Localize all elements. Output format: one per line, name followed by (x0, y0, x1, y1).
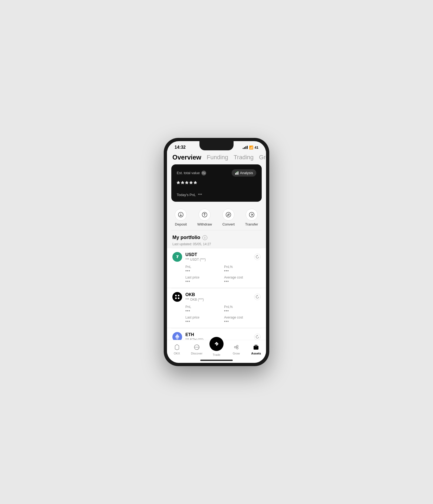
asset-main-row-okb: OKB *** OKB (***) (172, 292, 261, 302)
assets-icon (252, 344, 260, 351)
okb-amount: *** OKB (***) (185, 298, 204, 301)
battery-icon: 41 (255, 145, 258, 150)
svg-rect-3 (238, 171, 238, 175)
transfer-label: Transfer (245, 222, 258, 226)
portfolio-title-row: My portfolio i (172, 235, 261, 240)
svg-point-20 (237, 345, 238, 347)
okb-stats: PnL *** PnL% *** Last price *** Average … (172, 305, 261, 324)
svg-line-23 (236, 347, 237, 348)
eth-refresh-icon[interactable] (254, 334, 261, 340)
analysis-button[interactable]: Analysis (232, 169, 256, 177)
eth-logo (172, 332, 182, 340)
balance-card: Est. total value (171, 164, 262, 202)
hide-balance-icon[interactable] (201, 171, 206, 175)
svg-point-19 (234, 346, 236, 348)
transfer-button[interactable]: Transfer (245, 209, 258, 226)
notch (199, 141, 234, 150)
scroll-area[interactable]: Overview Funding Trading Grow Est. total… (167, 151, 266, 340)
usdt-amount: *** USDT (***) (185, 258, 206, 261)
usdt-logo: ₮ (172, 252, 182, 262)
action-buttons: Deposit Withdraw (167, 205, 266, 230)
balance-value: ***** (177, 179, 256, 188)
asset-item-okb[interactable]: OKB *** OKB (***) PnL *** (167, 288, 266, 328)
svg-point-14 (175, 297, 177, 299)
grow-label: Grow (233, 352, 240, 355)
withdraw-icon (199, 209, 211, 221)
status-time: 14:32 (175, 145, 186, 150)
okb-symbol: OKB (185, 292, 204, 297)
signal-icon (243, 146, 248, 149)
usdt-last-price: Last price *** (185, 276, 222, 284)
nav-assets[interactable]: Assets (248, 344, 264, 355)
asset-item-usdt[interactable]: ₮ USDT *** USDT (***) (167, 248, 266, 288)
deposit-icon (175, 209, 187, 221)
eth-symbol: ETH (185, 332, 204, 337)
nav-okx[interactable]: OKX (169, 344, 185, 355)
deposit-button[interactable]: Deposit (175, 209, 187, 226)
svg-point-13 (178, 295, 179, 296)
portfolio-title: My portfolio (172, 235, 200, 240)
deposit-label: Deposit (175, 222, 187, 226)
convert-icon (222, 209, 234, 221)
trade-label: Trade (213, 353, 220, 356)
phone-frame: 14:32 📶 41 Overview Funding Trading Grow (164, 138, 269, 366)
usdt-refresh-icon[interactable] (254, 254, 261, 260)
usdt-stats: PnL *** PnL% *** Last price *** Average … (172, 265, 261, 284)
svg-line-22 (236, 346, 237, 347)
trade-center-button[interactable] (209, 337, 224, 351)
grow-icon (233, 344, 240, 351)
assets-label: Assets (251, 352, 261, 355)
tab-overview[interactable]: Overview (172, 154, 201, 161)
usdt-pnl-pct: PnL% *** (224, 265, 261, 273)
portfolio-subtitle: Last updated: 05/05, 14:27 (172, 242, 211, 246)
phone-screen: 14:32 📶 41 Overview Funding Trading Grow (167, 141, 266, 363)
asset-left-usdt: ₮ USDT *** USDT (***) (172, 252, 206, 262)
home-bar (200, 360, 233, 361)
okx-icon (173, 344, 181, 351)
tab-funding[interactable]: Funding (207, 154, 228, 161)
asset-info-usdt: USDT *** USDT (***) (185, 252, 206, 261)
usdt-pnl: PnL *** (185, 265, 222, 273)
status-icons: 📶 41 (243, 145, 258, 150)
discover-label: Discover (191, 352, 202, 355)
svg-point-15 (178, 297, 179, 299)
asset-left-okb: OKB *** OKB (***) (172, 292, 204, 302)
wifi-icon: 📶 (249, 145, 253, 150)
tab-grow[interactable]: Grow (259, 154, 266, 161)
convert-button[interactable]: Convert (222, 209, 235, 226)
nav-tabs: Overview Funding Trading Grow (167, 151, 266, 163)
tab-trading[interactable]: Trading (234, 154, 254, 161)
okb-pnl: PnL *** (185, 305, 222, 313)
svg-rect-1 (235, 173, 236, 175)
balance-header: Est. total value (177, 169, 256, 177)
okx-label: OKX (174, 352, 180, 355)
nav-discover[interactable]: Discover (189, 344, 205, 355)
home-indicator (167, 357, 266, 363)
okb-logo (172, 292, 182, 302)
usdt-avg-cost: Average cost *** (224, 276, 261, 284)
nav-grow[interactable]: Grow (228, 344, 244, 355)
convert-label: Convert (222, 222, 235, 226)
okb-last-price: Last price *** (185, 316, 222, 324)
nav-trade[interactable]: Trade (208, 340, 225, 356)
pnl-row: Today's PnL *** (177, 193, 256, 197)
svg-point-8 (226, 212, 231, 217)
bottom-nav: OKX Discover (167, 340, 266, 357)
discover-icon (193, 344, 200, 351)
withdraw-button[interactable]: Withdraw (197, 209, 212, 226)
balance-label: Est. total value (177, 171, 206, 175)
asset-left-eth: ETH *** ETH (***) (172, 332, 204, 340)
withdraw-label: Withdraw (197, 222, 212, 226)
eth-amount: *** ETH (***) (185, 338, 204, 340)
portfolio-header: My portfolio i Last updated: 05/05, 14:2… (167, 230, 266, 248)
svg-rect-2 (236, 172, 237, 175)
svg-rect-24 (254, 346, 258, 350)
asset-main-row-usdt: ₮ USDT *** USDT (***) (172, 252, 261, 262)
asset-info-eth: ETH *** ETH (***) (185, 332, 204, 340)
svg-point-12 (175, 295, 177, 296)
portfolio-info-icon[interactable]: i (202, 235, 207, 240)
okb-refresh-icon[interactable] (254, 294, 261, 300)
okb-avg-cost: Average cost *** (224, 316, 261, 324)
transfer-icon (246, 209, 258, 221)
svg-point-21 (237, 347, 238, 349)
